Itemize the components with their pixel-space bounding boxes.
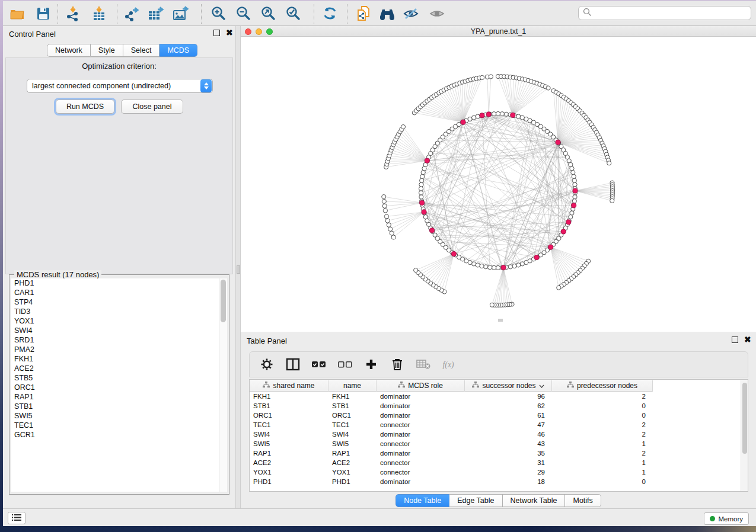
network-node[interactable] — [390, 231, 394, 235]
optimization-criterion-select[interactable]: largest connected component (undirected) — [27, 79, 213, 93]
network-node[interactable] — [488, 265, 492, 270]
network-titlebar[interactable]: YPA_prune.txt_1 — [241, 26, 756, 37]
network-node[interactable] — [504, 112, 508, 116]
tab-mcds[interactable]: MCDS — [160, 44, 197, 57]
search-input[interactable] — [578, 6, 751, 20]
table-cell[interactable]: connector — [377, 439, 465, 448]
network-node[interactable] — [492, 112, 496, 116]
table-cell[interactable]: PHD1 — [250, 477, 328, 486]
float-panel-icon[interactable] — [732, 336, 738, 343]
export-table-icon[interactable] — [146, 5, 165, 22]
result-item[interactable]: SWI5 — [11, 411, 220, 421]
table-cell[interactable]: 31 — [465, 458, 552, 467]
network-node[interactable] — [384, 214, 388, 219]
network-node[interactable] — [480, 75, 484, 79]
network-node[interactable] — [391, 235, 395, 239]
result-item[interactable]: TID3 — [11, 307, 220, 316]
table-cell[interactable]: 96 — [465, 392, 552, 401]
network-node[interactable] — [382, 204, 387, 208]
memory-button[interactable]: Memory — [704, 512, 749, 525]
result-item[interactable]: STP4 — [11, 297, 220, 307]
table-scrollbar-thumb[interactable] — [742, 383, 747, 454]
tab-motifs[interactable]: Motifs — [565, 494, 601, 507]
network-node[interactable] — [472, 116, 476, 120]
zoom-fit-icon[interactable] — [259, 5, 278, 22]
float-panel-icon[interactable] — [213, 30, 220, 36]
result-item[interactable]: GCR1 — [11, 430, 220, 440]
network-node[interactable] — [573, 188, 578, 193]
select-all-icon[interactable] — [311, 357, 327, 372]
zoom-in-icon[interactable] — [209, 5, 228, 22]
close-panel-button[interactable]: Close panel — [121, 100, 183, 114]
select-stepper-icon[interactable] — [200, 79, 212, 92]
table-cell[interactable]: YOX1 — [250, 467, 328, 477]
table-cell[interactable]: dominator — [377, 477, 465, 486]
network-node[interactable] — [382, 195, 386, 199]
table-row[interactable]: STB1STB1dominator620 — [250, 401, 653, 411]
result-item[interactable]: STB5 — [11, 373, 220, 383]
network-node[interactable] — [419, 195, 423, 199]
table-cell[interactable]: TEC1 — [328, 420, 377, 430]
delete-row-icon[interactable] — [390, 357, 405, 372]
network-node[interactable] — [420, 174, 425, 178]
network-node[interactable] — [419, 187, 423, 191]
hide-selected-icon[interactable] — [401, 5, 420, 22]
export-image-icon[interactable] — [171, 5, 190, 22]
network-node[interactable] — [425, 158, 429, 163]
table-cell[interactable]: 2 — [552, 448, 653, 458]
network-node[interactable] — [570, 211, 574, 215]
table-cell[interactable]: YOX1 — [328, 467, 377, 477]
result-item[interactable]: SRD1 — [11, 335, 220, 345]
tab-select[interactable]: Select — [123, 44, 160, 57]
network-node[interactable] — [610, 198, 614, 203]
show-eye-icon[interactable] — [428, 5, 446, 22]
table-cell[interactable]: 1 — [552, 439, 653, 448]
table-cell[interactable]: 46 — [465, 430, 552, 439]
column-header-predecessor-nodes[interactable]: predecessor nodes — [552, 380, 653, 392]
network-node[interactable] — [572, 199, 576, 203]
table-row[interactable]: FKH1FKH1dominator962 — [250, 392, 653, 401]
network-node[interactable] — [561, 229, 566, 234]
network-node[interactable] — [385, 219, 390, 223]
destroy-table-icon[interactable] — [416, 357, 431, 372]
column-header-shared-name[interactable]: shared name — [250, 380, 328, 392]
column-header-MCDS-role[interactable]: MCDS role — [377, 380, 465, 392]
table-row[interactable]: RAP1RAP1dominator352 — [250, 448, 653, 458]
network-node[interactable] — [569, 162, 573, 166]
network-node[interactable] — [490, 303, 494, 307]
network-node[interactable] — [382, 199, 386, 203]
network-node[interactable] — [480, 113, 484, 118]
table-cell[interactable]: dominator — [377, 411, 465, 420]
result-item[interactable]: SWI4 — [11, 326, 220, 335]
mcds-result-list[interactable]: PHD1CAR1STP4TID3YOX1SWI4SRD1PMA2FKH1ACE2… — [11, 278, 220, 492]
table-cell[interactable]: 18 — [465, 477, 552, 486]
result-scrollbar-thumb[interactable] — [221, 280, 226, 322]
table-cell[interactable]: TEC1 — [250, 420, 328, 430]
table-cell[interactable]: dominator — [377, 430, 465, 439]
network-node[interactable] — [484, 265, 488, 269]
refresh-layout-icon[interactable] — [321, 5, 340, 22]
table-row[interactable]: ACE2ACE2connector311 — [250, 458, 653, 467]
table-cell[interactable]: ACE2 — [328, 458, 377, 467]
deselect-all-icon[interactable] — [337, 357, 353, 372]
table-cell[interactable]: ORC1 — [328, 411, 377, 420]
import-network-icon[interactable] — [63, 5, 82, 22]
table-cell[interactable]: 62 — [465, 401, 552, 411]
network-node[interactable] — [571, 171, 575, 175]
network-node[interactable] — [572, 203, 576, 208]
tab-network-table[interactable]: Network Table — [503, 494, 566, 507]
network-node[interactable] — [401, 124, 405, 129]
result-item[interactable]: RAP1 — [11, 392, 220, 402]
function-builder-icon[interactable]: f(x) — [442, 357, 457, 372]
network-node[interactable] — [572, 178, 576, 182]
network-node[interactable] — [573, 182, 577, 187]
table-scrollbar[interactable] — [741, 380, 748, 492]
network-node[interactable] — [476, 114, 480, 118]
network-node[interactable] — [420, 178, 424, 182]
table-cell[interactable]: 29 — [465, 467, 552, 477]
network-node[interactable] — [492, 265, 496, 270]
table-cell[interactable]: 47 — [465, 420, 552, 430]
table-cell[interactable]: 1 — [552, 458, 653, 467]
task-history-button[interactable] — [8, 512, 25, 524]
open-file-icon[interactable] — [8, 5, 27, 22]
